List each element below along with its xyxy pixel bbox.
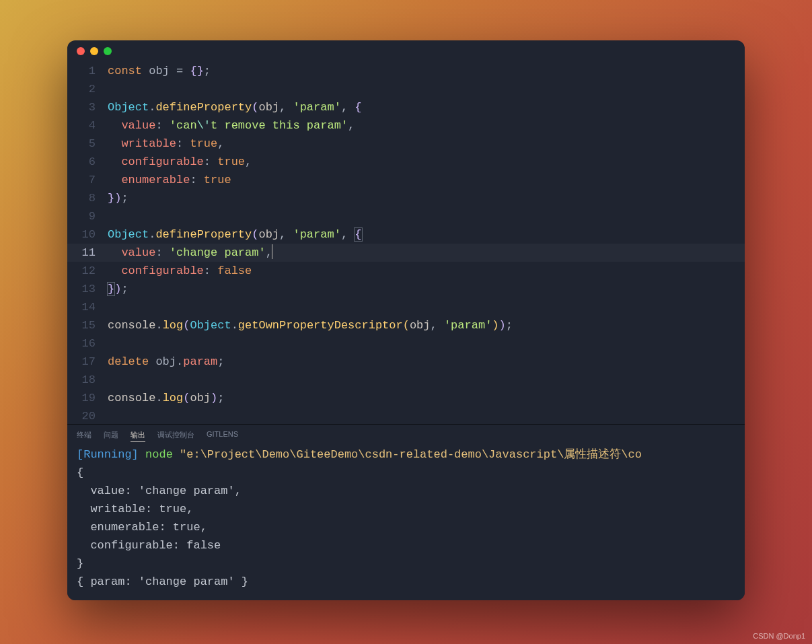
code-token: ( bbox=[252, 228, 258, 241]
code-token: obj bbox=[190, 392, 211, 404]
code-token: . bbox=[149, 101, 155, 114]
code-token bbox=[108, 264, 121, 277]
code-token: : bbox=[176, 137, 190, 150]
code-token: configurable bbox=[121, 264, 203, 277]
code-token: false bbox=[217, 264, 252, 277]
zoom-icon[interactable] bbox=[104, 47, 112, 55]
code-line[interactable]: configurable: true, bbox=[108, 153, 745, 171]
code-token: 'can bbox=[170, 119, 197, 132]
panel-tab-problems[interactable]: 问题 bbox=[104, 430, 118, 440]
editor-window: 1234567891011121314151617181920 const ob… bbox=[67, 40, 745, 600]
code-token: value bbox=[121, 119, 155, 132]
code-line[interactable]: console.log(Object.getOwnPropertyDescrip… bbox=[108, 316, 745, 334]
code-token: ; bbox=[204, 65, 211, 77]
code-line[interactable] bbox=[108, 80, 745, 98]
code-token: . bbox=[155, 392, 162, 404]
bottom-panel: 终端问题输出调试控制台GITLENS [Running] node "e:\Pr… bbox=[67, 424, 745, 600]
code-line[interactable]: Object.defineProperty(obj, 'param', { bbox=[108, 98, 745, 116]
code-area[interactable]: const obj = {}; Object.defineProperty(ob… bbox=[108, 62, 745, 424]
code-token: ; bbox=[217, 355, 224, 368]
output-content[interactable]: [Running] node "e:\Project\Demo\GiteeDem… bbox=[67, 444, 745, 600]
code-token: defineProperty bbox=[155, 101, 252, 114]
line-number: 9 bbox=[67, 207, 96, 225]
code-token: Object bbox=[190, 319, 231, 332]
code-line[interactable]: delete obj.param; bbox=[108, 353, 745, 371]
panel-tabs: 终端问题输出调试控制台GITLENS bbox=[67, 425, 745, 444]
output-line: value: 'change param', bbox=[77, 482, 735, 500]
code-token: ) bbox=[114, 192, 121, 205]
code-token: \' bbox=[197, 119, 211, 132]
code-line[interactable] bbox=[108, 371, 745, 389]
output-line: } bbox=[77, 554, 735, 573]
code-token: log bbox=[163, 319, 184, 332]
line-number: 15 bbox=[67, 316, 96, 334]
code-token: writable bbox=[121, 137, 176, 150]
line-number: 18 bbox=[67, 371, 96, 389]
code-token: ; bbox=[121, 283, 128, 295]
output-line: configurable: false bbox=[77, 536, 735, 554]
code-token: obj bbox=[410, 319, 431, 332]
panel-tab-terminal[interactable]: 终端 bbox=[77, 430, 91, 440]
code-line[interactable]: enumerable: true bbox=[108, 171, 745, 189]
line-number: 5 bbox=[67, 135, 96, 153]
code-token: ( bbox=[252, 101, 258, 114]
code-token: ) bbox=[211, 392, 217, 404]
code-line[interactable]: }); bbox=[108, 189, 745, 207]
line-number: 2 bbox=[67, 80, 96, 98]
output-line: writable: true, bbox=[77, 500, 735, 518]
code-line[interactable] bbox=[108, 298, 745, 316]
run-command: node bbox=[139, 448, 180, 461]
line-number: 16 bbox=[67, 334, 96, 353]
code-line[interactable] bbox=[108, 407, 745, 424]
code-editor[interactable]: 1234567891011121314151617181920 const ob… bbox=[67, 62, 745, 424]
close-icon[interactable] bbox=[77, 47, 85, 55]
code-token bbox=[108, 155, 121, 168]
code-token: 'param' bbox=[293, 228, 340, 241]
code-token: log bbox=[163, 392, 184, 404]
line-number: 13 bbox=[67, 280, 96, 298]
code-token: ; bbox=[121, 192, 128, 205]
line-number: 8 bbox=[67, 189, 96, 207]
code-line[interactable]: value: 'change param', bbox=[108, 244, 745, 262]
code-line[interactable] bbox=[108, 334, 745, 353]
code-token: = bbox=[176, 65, 190, 77]
code-token: , bbox=[279, 101, 293, 114]
code-token: , bbox=[279, 228, 293, 241]
code-line[interactable]: value: 'can\'t remove this param', bbox=[108, 116, 745, 135]
panel-tab-output[interactable]: 输出 bbox=[131, 430, 145, 440]
code-token: Object bbox=[108, 228, 149, 241]
code-token: : bbox=[155, 246, 169, 259]
code-token: 'change param' bbox=[170, 246, 266, 259]
panel-tab-gitlens[interactable]: GITLENS bbox=[207, 430, 238, 440]
line-number: 3 bbox=[67, 98, 96, 116]
line-number: 12 bbox=[67, 262, 96, 280]
code-token: t remove this param' bbox=[211, 119, 348, 132]
code-token: true bbox=[217, 155, 245, 168]
code-token: , bbox=[341, 101, 355, 114]
code-token: true bbox=[190, 137, 217, 150]
code-line[interactable]: }); bbox=[108, 280, 745, 298]
code-line[interactable]: Object.defineProperty(obj, 'param', { bbox=[108, 225, 745, 244]
code-token: : bbox=[190, 174, 203, 186]
code-token: , bbox=[341, 228, 355, 241]
text-cursor bbox=[272, 244, 272, 259]
minimize-icon[interactable] bbox=[90, 47, 98, 55]
code-token: console bbox=[108, 319, 155, 332]
code-line[interactable]: const obj = {}; bbox=[108, 62, 745, 80]
watermark-label: CSDN @Donp1 bbox=[753, 632, 805, 640]
code-line[interactable]: configurable: false bbox=[108, 262, 745, 280]
panel-tab-debug[interactable]: 调试控制台 bbox=[157, 430, 194, 440]
code-token: ; bbox=[217, 392, 224, 404]
code-token: obj bbox=[142, 65, 176, 77]
code-line[interactable]: writable: true, bbox=[108, 135, 745, 153]
code-token: obj bbox=[258, 101, 279, 114]
code-token: , bbox=[245, 155, 252, 168]
line-number: 4 bbox=[67, 116, 96, 135]
code-token: , bbox=[431, 319, 444, 332]
line-number: 14 bbox=[67, 298, 96, 316]
code-token: , bbox=[348, 119, 355, 132]
code-token bbox=[108, 137, 121, 150]
code-line[interactable]: console.log(obj); bbox=[108, 389, 745, 407]
code-line[interactable] bbox=[108, 207, 745, 225]
code-token: ) bbox=[114, 283, 121, 295]
